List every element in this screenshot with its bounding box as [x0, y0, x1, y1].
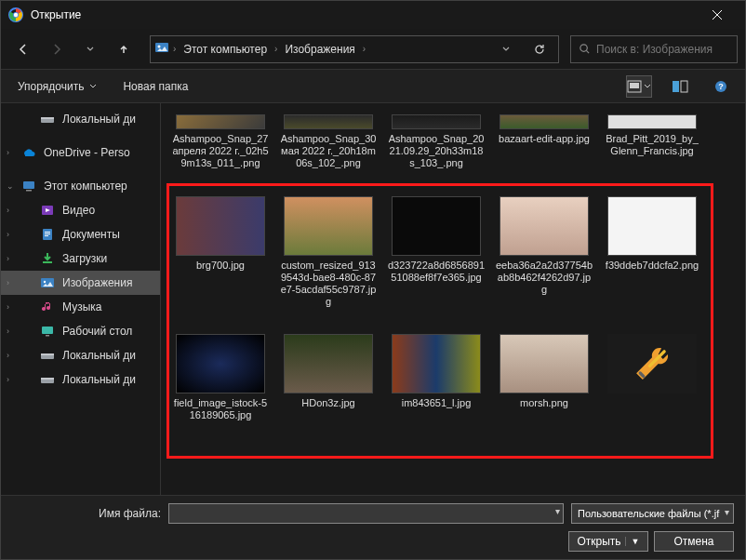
sidebar-item-label: Рабочий стол	[62, 325, 132, 338]
file-item[interactable]: Ashampoo_Snap_27 апреля 2022 г._02h59m13…	[168, 111, 273, 174]
file-item[interactable]: field_image_istock-516189065.jpg	[168, 330, 273, 425]
file-item[interactable]	[600, 330, 704, 425]
preview-pane-button[interactable]	[667, 75, 693, 98]
file-item[interactable]: eeba36a2a2d37754bab8b462f4262d97.jpg	[492, 193, 596, 312]
sidebar-item-onedrive[interactable]: ›OneDrive - Perso	[1, 140, 160, 165]
sidebar-item-docs[interactable]: ›Документы	[1, 222, 160, 247]
chevron-right-icon: ›	[274, 44, 277, 54]
sidebar-item-label: Музыка	[62, 300, 101, 313]
sidebar-item-label: Локальный ди	[62, 373, 136, 386]
view-mode-button[interactable]	[626, 75, 652, 98]
sidebar-item-label: Документы	[62, 228, 120, 241]
sidebar-item-drive[interactable]: ›Локальный ди	[1, 367, 160, 392]
file-item[interactable]: im843651_l.jpg	[384, 330, 488, 425]
sidebar-item-downloads[interactable]: ›Загрузки	[1, 247, 160, 271]
new-folder-button[interactable]: Новая папка	[117, 76, 193, 97]
file-name: Brad_Pitt_2019_by_Glenn_Francis.jpg	[604, 133, 700, 157]
file-name: Ashampoo_Snap_30 мая 2022 г._20h18m06s_1…	[280, 133, 377, 170]
file-item[interactable]: Ashampoo_Snap_30 мая 2022 г._20h18m06s_1…	[276, 111, 380, 174]
file-name: eeba36a2a2d37754bab8b462f4262d97.jpg	[496, 260, 593, 297]
chevron-down-icon: ▼	[625, 537, 640, 546]
file-item[interactable]: HDon3z.jpg	[276, 330, 380, 425]
chevron-right-icon: ›	[363, 44, 366, 54]
file-item[interactable]: custom_resized_9139543d-bae8-480c-87e7-5…	[276, 193, 380, 312]
file-thumbnail	[176, 114, 265, 129]
file-name: bazaart-edit-app.jpg	[499, 133, 590, 145]
search-placeholder: Поиск в: Изображения	[596, 43, 713, 56]
svg-rect-7	[630, 83, 639, 88]
back-button[interactable]	[8, 34, 38, 64]
close-button[interactable]	[696, 1, 738, 29]
video-icon	[40, 203, 55, 218]
file-item[interactable]: d323722a8d685689151088ef8f7e365.jpg	[384, 193, 488, 312]
file-item[interactable]: brg700.jpg	[168, 193, 273, 312]
chevron-icon: ›	[7, 327, 9, 336]
chevron-icon: ›	[7, 351, 9, 360]
filename-input[interactable]	[168, 503, 564, 524]
file-list[interactable]: Ashampoo_Snap_27 апреля 2022 г._02h59m13…	[161, 103, 745, 495]
chevron-icon: ›	[7, 230, 9, 239]
titlebar: Открытие	[1, 1, 745, 29]
up-button[interactable]	[109, 34, 139, 64]
refresh-button[interactable]	[525, 34, 554, 64]
sidebar-item-label: Локальный ди	[62, 349, 136, 362]
sidebar-item-drive[interactable]: Локальный ди	[1, 107, 160, 131]
file-thumbnail	[500, 334, 589, 393]
svg-rect-21	[43, 261, 52, 263]
recent-dropdown[interactable]	[75, 34, 105, 64]
file-name: im843651_l.jpg	[402, 397, 472, 409]
sidebar-item-pc[interactable]: ⌄Этот компьютер	[1, 174, 160, 198]
svg-text:?: ?	[718, 82, 724, 91]
path-segment-pictures[interactable]: Изображения	[281, 41, 358, 58]
sidebar: Локальный ди›OneDrive - Perso⌄Этот компь…	[1, 103, 161, 495]
svg-rect-20	[45, 235, 48, 236]
organize-button[interactable]: Упорядочить	[12, 76, 102, 97]
file-item[interactable]: Ashampoo_Snap_2021.09.29_20h33m18s_103_.…	[384, 111, 488, 174]
cancel-button[interactable]: Отмена	[654, 531, 734, 552]
file-type-filter[interactable]: Пользовательские файлы (*.jf ▾	[571, 503, 734, 524]
file-thumbnail	[392, 334, 481, 393]
sidebar-item-video[interactable]: ›Видео	[1, 198, 160, 222]
path-segment-pc[interactable]: Этот компьютер	[180, 41, 271, 58]
file-item[interactable]: morsh.png	[492, 330, 596, 425]
file-thumbnail	[500, 196, 589, 256]
sidebar-item-music[interactable]: ›Музыка	[1, 295, 160, 319]
open-button[interactable]: Открыть ▼	[568, 531, 648, 552]
file-item[interactable]: f39ddeb7ddcfa2.png	[600, 193, 704, 312]
file-name: field_image_istock-516189065.jpg	[172, 397, 269, 421]
help-button[interactable]: ?	[708, 75, 734, 98]
svg-rect-9	[681, 81, 687, 92]
file-item[interactable]: bazaart-edit-app.jpg	[492, 111, 596, 174]
path-dropdown[interactable]	[491, 34, 521, 64]
toolbar: Упорядочить Новая папка ?	[1, 70, 745, 103]
path-bar[interactable]: › Этот компьютер › Изображения ›	[150, 35, 559, 63]
svg-rect-15	[26, 190, 32, 192]
sidebar-item-desktop[interactable]: ›Рабочий стол	[1, 319, 160, 343]
sidebar-item-pictures[interactable]: ›Изображения	[1, 271, 160, 295]
forward-button[interactable]	[42, 34, 72, 64]
chevron-icon: ›	[7, 148, 9, 157]
svg-rect-29	[41, 378, 54, 380]
svg-rect-14	[23, 181, 34, 189]
sidebar-item-drive[interactable]: ›Локальный ди	[1, 343, 160, 367]
sidebar-item-label: Этот компьютер	[44, 180, 127, 193]
chevron-icon: ›	[7, 302, 9, 312]
drive-icon	[40, 372, 55, 387]
bottom-panel: Имя файла: ▾ Пользовательские файлы (*.j…	[1, 495, 745, 559]
docs-icon	[40, 227, 55, 242]
svg-rect-24	[42, 327, 53, 334]
chevron-right-icon: ›	[173, 44, 176, 54]
search-input[interactable]: Поиск в: Изображения	[570, 35, 738, 63]
navbar: › Этот компьютер › Изображения › Поиск в…	[1, 29, 745, 70]
drive-icon	[40, 348, 55, 363]
chevron-down-icon	[89, 83, 97, 90]
sidebar-item-label: OneDrive - Perso	[44, 146, 130, 159]
pictures-folder-icon	[154, 40, 169, 59]
pc-icon	[21, 179, 36, 193]
file-item[interactable]: Brad_Pitt_2019_by_Glenn_Francis.jpg	[600, 111, 704, 174]
chevron-icon: ›	[7, 375, 9, 384]
chevron-icon: ›	[7, 254, 9, 263]
file-thumbnail	[284, 196, 373, 256]
file-name: f39ddeb7ddcfa2.png	[606, 260, 699, 272]
file-thumbnail	[500, 114, 589, 129]
